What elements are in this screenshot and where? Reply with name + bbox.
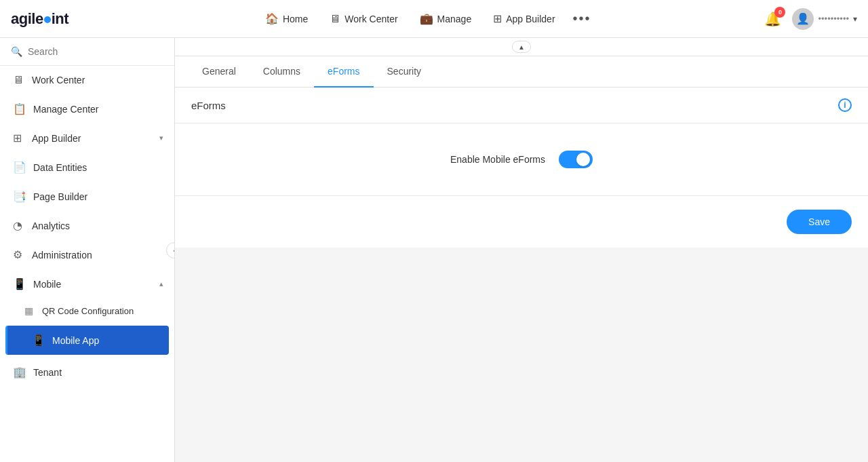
user-name: •••••••••• [818,14,849,24]
nav-home[interactable]: 🏠 Home [256,7,317,31]
notification-button[interactable]: 🔔 0 [762,8,784,30]
enable-mobile-eforms-label: Enable Mobile eForms [450,154,545,165]
monitor-icon: 🖥 [330,13,340,25]
nav-app-builder[interactable]: ⊞ App Builder [484,7,564,31]
save-button[interactable]: Save [787,210,852,234]
administration-icon: ⚙ [13,248,25,261]
tab-columns[interactable]: Columns [250,56,314,88]
section-title: eForms [191,100,226,111]
sidebar-item-app-builder[interactable]: ⊞ App Builder ▾ [0,123,174,153]
grid-icon: ⊞ [493,12,502,25]
avatar: 👤 [792,8,814,30]
notification-badge: 0 [774,7,785,18]
monitor-icon: 🖥 [13,74,25,86]
nav-work-center[interactable]: 🖥 Work Center [320,7,407,31]
sidebar-subitem-qr-code[interactable]: ▦ QR Code Configuration [0,299,174,323]
chevron-up-icon: ▴ [159,280,163,288]
nav-more[interactable]: ••• [568,8,597,29]
sidebar-item-analytics[interactable]: ◔ Analytics [0,211,174,240]
sidebar-item-manage-center[interactable]: 📋 Manage Center [0,94,174,123]
analytics-icon: ◔ [13,219,25,232]
form-content: Enable Mobile eForms [175,123,868,196]
tab-security[interactable]: Security [374,56,435,88]
qr-code-icon: ▦ [24,305,35,316]
mobile-app-icon: 📱 [32,334,45,347]
toggle-thumb [576,153,590,166]
sidebar-item-mobile[interactable]: 📱 Mobile ▴ [0,269,174,299]
top-nav: agileint 🏠 Home 🖥 Work Center 💼 Manage ⊞… [0,0,868,38]
chevron-down-icon: ▾ [159,134,163,142]
actions-bar: Save [175,196,868,248]
section-header: eForms i [175,88,868,123]
layout: 🔍 🖥 Work Center 📋 Manage Center ⊞ App Bu… [0,38,868,462]
data-entities-icon: 📄 [13,161,26,174]
sidebar-item-tenant[interactable]: 🏢 Tenant [0,358,174,387]
sidebar-item-work-center[interactable]: 🖥 Work Center [0,66,174,94]
tabs-bar: General Columns eForms Security [175,56,868,88]
tab-eforms[interactable]: eForms [314,56,373,88]
tenant-icon: 🏢 [13,366,26,379]
nav-right: 🔔 0 👤 •••••••••• ▾ [762,8,857,30]
info-icon[interactable]: i [838,98,852,112]
user-menu[interactable]: 👤 •••••••••• ▾ [792,8,857,30]
mobile-icon: 📱 [13,277,26,290]
sidebar-item-page-builder[interactable]: 📑 Page Builder [0,182,174,211]
manage-icon: 📋 [13,102,26,115]
toggle-track [559,151,593,168]
search-input[interactable] [28,46,163,57]
logo[interactable]: agileint [11,10,68,28]
sidebar-item-data-entities[interactable]: 📄 Data Entities [0,153,174,182]
main-content: ▲ General Columns eForms Security eForms… [175,38,868,462]
sidebar-item-administration[interactable]: ⚙ Administration [0,240,174,269]
content-panel: eForms i Enable Mobile eForms Save [175,88,868,248]
collapse-up-button[interactable]: ▲ [512,41,531,53]
avatar-icon: 👤 [796,12,810,25]
nav-items: 🏠 Home 🖥 Work Center 💼 Manage ⊞ App Buil… [90,7,762,31]
home-icon: 🏠 [265,12,279,25]
sidebar: 🔍 🖥 Work Center 📋 Manage Center ⊞ App Bu… [0,38,175,462]
enable-mobile-eforms-toggle[interactable] [559,151,593,168]
user-chevron-down-icon: ▾ [853,14,857,24]
nav-manage[interactable]: 💼 Manage [410,7,481,31]
sidebar-subitem-mobile-app[interactable]: 📱 Mobile App [5,326,169,355]
collapse-bar: ▲ [175,38,868,56]
search-bar[interactable]: 🔍 [0,38,174,66]
page-builder-icon: 📑 [13,190,26,203]
tab-general[interactable]: General [189,56,250,88]
search-icon: 🔍 [11,46,22,57]
form-row: Enable Mobile eForms [450,151,593,168]
briefcase-icon: 💼 [420,12,433,25]
app-builder-icon: ⊞ [13,132,25,145]
gray-area [175,248,868,383]
